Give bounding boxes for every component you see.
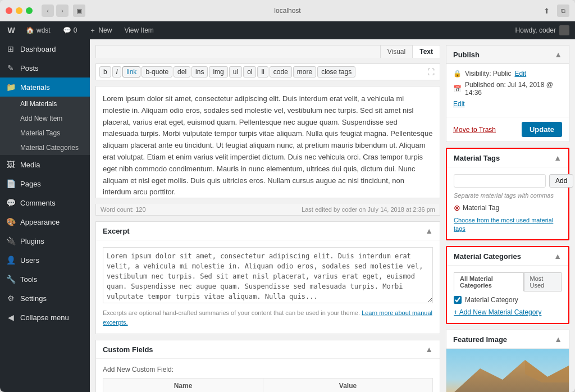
admin-bar-comments[interactable]: 💬 0	[60, 21, 81, 39]
admin-bar-new[interactable]: ＋ New	[86, 21, 115, 39]
material-tags-header[interactable]: Material Tags ▲	[447, 149, 568, 167]
custom-fields-toggle-icon[interactable]: ▲	[425, 345, 433, 354]
tag-add-button[interactable]: Add	[549, 174, 573, 188]
toolbar-ol[interactable]: ol	[243, 66, 256, 78]
featured-image-img-wrapper[interactable]	[446, 349, 569, 392]
forward-button[interactable]: ›	[56, 4, 69, 17]
published-edit-link[interactable]: Edit	[453, 100, 465, 108]
custom-fields-panel: Custom Fields ▲ Add New Custom Field: Na…	[95, 340, 440, 392]
material-categories-title: Material Categories	[454, 252, 521, 261]
excerpt-note: Excerpts are optional hand-crafted summa…	[103, 308, 433, 327]
cat-tabs: All Material Categories Most Used	[454, 272, 562, 291]
toolbar-del[interactable]: del	[174, 66, 190, 78]
sidebar-item-users[interactable]: 👤 Users	[0, 250, 90, 270]
material-tags-toggle-icon[interactable]: ▲	[554, 153, 562, 162]
sidebar-item-appearance[interactable]: 🎨 Appearance	[0, 212, 90, 231]
sidebar-item-dashboard[interactable]: ⊞ Dashboard	[0, 39, 90, 58]
material-categories-header[interactable]: Material Categories ▲	[447, 247, 568, 266]
avatar[interactable]	[559, 25, 569, 35]
visibility-edit-link[interactable]: Edit	[514, 70, 526, 78]
sidebar-item-posts[interactable]: ✎ Posts	[0, 58, 90, 78]
tag-input-row: Add	[454, 174, 562, 188]
editor-column: Visual Text b i link b-quote del ins img…	[95, 45, 440, 386]
excerpt-toggle-icon[interactable]: ▲	[425, 226, 433, 235]
editor-content[interactable]: Lorem ipsum dolor sit amet, consectetur …	[95, 86, 440, 198]
featured-image-header[interactable]: Featured Image ▲	[446, 330, 569, 349]
toolbar-ins[interactable]: ins	[191, 66, 208, 78]
last-edited: Last edited by coder on July 14, 2018 at…	[302, 206, 435, 213]
tools-icon: 🔧	[6, 274, 16, 284]
publish-date-edit-row: Edit	[453, 100, 562, 108]
sidebar: ⊞ Dashboard ✎ Posts 📁 Materials All Mate…	[0, 39, 90, 392]
right-sidebar: Publish ▲ 🔒 Visibility: Public Edit 📅 Pu…	[446, 45, 569, 386]
excerpt-header[interactable]: Excerpt ▲	[96, 222, 440, 240]
sidebar-submenu-add-new[interactable]: Add New Item	[0, 111, 90, 126]
publish-toggle-icon[interactable]: ▲	[554, 50, 562, 59]
sidebar-submenu-materials: All Materials Add New Item Material Tags…	[0, 97, 90, 155]
sidebar-submenu-material-tags[interactable]: Material Tags	[0, 126, 90, 140]
cat-checkbox[interactable]	[454, 296, 462, 304]
cat-tab-all[interactable]: All Material Categories	[454, 272, 524, 291]
custom-fields-body: Add New Custom Field: Name Value	[96, 359, 440, 392]
material-tags-title: Material Tags	[454, 154, 500, 162]
toolbar-bold[interactable]: b	[99, 66, 111, 78]
toolbar-close-tags[interactable]: close tags	[317, 66, 355, 78]
tag-choose-link[interactable]: Choose from the most used material tags	[454, 217, 553, 232]
featured-image-toggle-icon[interactable]: ▲	[554, 335, 562, 344]
toolbar-ul[interactable]: ul	[229, 66, 242, 78]
sidebar-item-media[interactable]: 🖼 Media	[0, 155, 90, 174]
sidebar-submenu-material-categories[interactable]: Material Categories	[0, 140, 90, 155]
split-button[interactable]: ⧉	[557, 4, 569, 17]
publish-header[interactable]: Publish ▲	[446, 45, 569, 64]
sidebar-item-settings[interactable]: ⚙ Settings	[0, 289, 90, 308]
window-square-button[interactable]: ▣	[73, 4, 85, 17]
window-title: localhost	[274, 7, 300, 15]
excerpt-textarea[interactable]	[103, 247, 433, 303]
sidebar-item-pages[interactable]: 📄 Pages	[0, 174, 90, 193]
update-button[interactable]: Update	[522, 122, 562, 137]
sidebar-item-comments[interactable]: 💬 Comments	[0, 193, 90, 212]
back-button[interactable]: ‹	[42, 4, 54, 17]
title-actions: ⬆ ⧉	[540, 4, 569, 17]
calendar-icon: 📅	[453, 85, 462, 93]
minimize-button[interactable]	[16, 7, 22, 14]
sidebar-item-plugins[interactable]: 🔌 Plugins	[0, 231, 90, 250]
tag-remove-icon[interactable]: ⊗	[454, 203, 460, 212]
tag-item: ⊗ Material Tag	[454, 203, 562, 212]
fullscreen-button[interactable]: ⛶	[425, 66, 436, 78]
pages-icon: 📄	[6, 179, 16, 189]
admin-bar-site[interactable]: 🏠 wdst	[22, 21, 54, 39]
tag-input[interactable]	[454, 174, 546, 188]
toolbar-italic[interactable]: i	[112, 66, 122, 78]
maximize-button[interactable]	[26, 7, 33, 14]
share-icon[interactable]: ⬆	[540, 4, 553, 17]
toolbar-code[interactable]: code	[270, 66, 292, 78]
close-button[interactable]	[6, 7, 12, 14]
toolbar-more[interactable]: more	[293, 66, 316, 78]
publish-body: 🔒 Visibility: Public Edit 📅 Published on…	[446, 64, 569, 117]
material-tags-body: Add Separate material tags with commas ⊗…	[447, 167, 568, 239]
material-categories-toggle-icon[interactable]: ▲	[554, 252, 562, 261]
sidebar-item-materials[interactable]: 📁 Materials	[0, 78, 90, 97]
traffic-lights	[6, 7, 33, 14]
admin-bar-view-item[interactable]: View Item	[121, 21, 157, 39]
add-new-category-link[interactable]: + Add New Material Category	[454, 308, 562, 316]
dashboard-icon: ⊞	[6, 44, 16, 54]
visibility-icon: 🔒	[453, 70, 462, 78]
toolbar-link[interactable]: link	[122, 66, 140, 78]
tab-visual[interactable]: Visual	[380, 45, 412, 58]
sidebar-item-tools[interactable]: 🔧 Tools	[0, 270, 90, 289]
toolbar-img[interactable]: img	[209, 66, 227, 78]
wp-logo[interactable]: W	[6, 25, 17, 36]
tab-text[interactable]: Text	[412, 45, 440, 58]
cat-tab-most-used[interactable]: Most Used	[524, 272, 562, 291]
main-layout: ⊞ Dashboard ✎ Posts 📁 Materials All Mate…	[0, 39, 575, 392]
custom-fields-title: Custom Fields	[103, 345, 153, 354]
custom-fields-header[interactable]: Custom Fields ▲	[96, 340, 440, 359]
sidebar-submenu-all-materials[interactable]: All Materials	[0, 97, 90, 111]
sidebar-item-collapse[interactable]: ◀ Collapse menu	[0, 308, 90, 327]
move-to-trash-link[interactable]: Move to Trash	[453, 126, 496, 134]
publish-panel: Publish ▲ 🔒 Visibility: Public Edit 📅 Pu…	[446, 45, 569, 142]
toolbar-li[interactable]: li	[257, 66, 268, 78]
toolbar-bquote[interactable]: b-quote	[142, 66, 172, 78]
